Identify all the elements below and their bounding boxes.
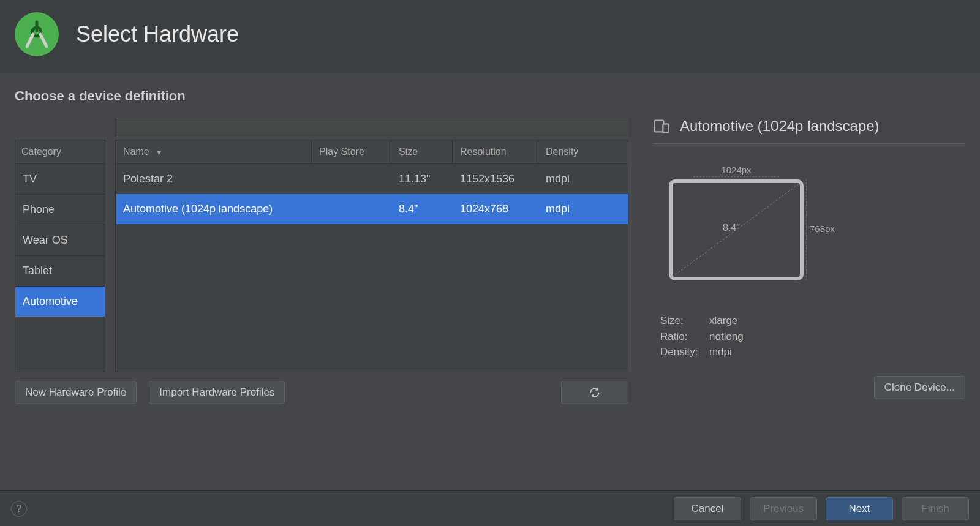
- column-size[interactable]: Size: [391, 140, 453, 164]
- table-row[interactable]: Polestar 2 11.13" 1152x1536 mdpi: [116, 164, 628, 194]
- sort-descending-icon: ▼: [156, 149, 162, 156]
- cell-play: [312, 194, 391, 224]
- finish-button[interactable]: Finish: [902, 497, 969, 520]
- column-name[interactable]: Name ▼: [116, 140, 312, 164]
- category-list: Category TV Phone Wear OS Tablet Automot…: [15, 140, 105, 372]
- help-button[interactable]: ?: [11, 501, 27, 517]
- spec-ratio-value: notlong: [709, 329, 744, 345]
- devices-icon: [653, 118, 670, 135]
- cell-res: 1024x768: [453, 194, 538, 224]
- clone-device-button[interactable]: Clone Device...: [874, 376, 965, 399]
- cell-play: [312, 164, 391, 194]
- cancel-button[interactable]: Cancel: [674, 497, 741, 520]
- device-height-label: 768px: [810, 224, 835, 234]
- category-item-tv[interactable]: TV: [15, 164, 105, 195]
- column-density[interactable]: Density: [538, 140, 628, 164]
- device-diagonal-label: 8.4": [723, 222, 740, 233]
- next-button[interactable]: Next: [826, 497, 893, 520]
- dialog-header: Select Hardware: [0, 0, 980, 73]
- cell-size: 8.4": [391, 194, 453, 224]
- spec-size-label: Size:: [660, 313, 709, 329]
- refresh-icon: [589, 386, 601, 399]
- table-row[interactable]: Automotive (1024p landscape) 8.4" 1024x7…: [116, 194, 628, 224]
- category-item-wear-os[interactable]: Wear OS: [15, 225, 105, 256]
- dialog-footer: ? Cancel Previous Next Finish: [0, 490, 980, 526]
- column-resolution[interactable]: Resolution: [453, 140, 538, 164]
- svg-rect-4: [663, 124, 668, 133]
- refresh-button[interactable]: [561, 381, 628, 404]
- device-table: Name ▼ Play Store Size Resolution Densit…: [115, 140, 628, 372]
- android-studio-icon: [26, 20, 48, 49]
- section-subtitle: Choose a device definition: [15, 88, 965, 104]
- device-preview-panel: Automotive (1024p landscape) 1024px 8.4"…: [653, 118, 965, 490]
- category-item-tablet[interactable]: Tablet: [15, 256, 105, 287]
- import-hardware-profiles-button[interactable]: Import Hardware Profiles: [149, 381, 285, 404]
- cell-name: Polestar 2: [116, 164, 312, 194]
- cell-den: mdpi: [538, 194, 628, 224]
- category-item-phone[interactable]: Phone: [15, 195, 105, 225]
- android-studio-logo: [15, 12, 59, 56]
- spec-size-value: xlarge: [709, 313, 737, 329]
- spec-density-value: mdpi: [709, 344, 732, 360]
- category-item-automotive[interactable]: Automotive: [15, 287, 105, 317]
- spec-ratio-label: Ratio:: [660, 329, 709, 345]
- device-table-header: Name ▼ Play Store Size Resolution Densit…: [116, 140, 628, 164]
- preview-title: Automotive (1024p landscape): [680, 118, 880, 135]
- device-width-label: 1024px: [693, 165, 779, 177]
- cell-name: Automotive (1024p landscape): [116, 194, 312, 224]
- cell-res: 1152x1536: [453, 164, 538, 194]
- new-hardware-profile-button[interactable]: New Hardware Profile: [15, 381, 137, 404]
- content-area: Choose a device definition Category TV P: [0, 73, 980, 490]
- column-name-label: Name: [123, 146, 149, 157]
- device-screen-figure: 1024px 8.4" 768px: [669, 168, 840, 297]
- category-header: Category: [15, 140, 105, 164]
- spec-density-label: Density:: [660, 344, 709, 360]
- column-play-store[interactable]: Play Store: [312, 140, 391, 164]
- device-specs: Size: xlarge Ratio: notlong Density: mdp…: [660, 313, 965, 360]
- dialog-title: Select Hardware: [76, 21, 239, 47]
- device-search-input[interactable]: [116, 118, 628, 137]
- cell-den: mdpi: [538, 164, 628, 194]
- previous-button[interactable]: Previous: [750, 497, 817, 520]
- cell-size: 11.13": [391, 164, 453, 194]
